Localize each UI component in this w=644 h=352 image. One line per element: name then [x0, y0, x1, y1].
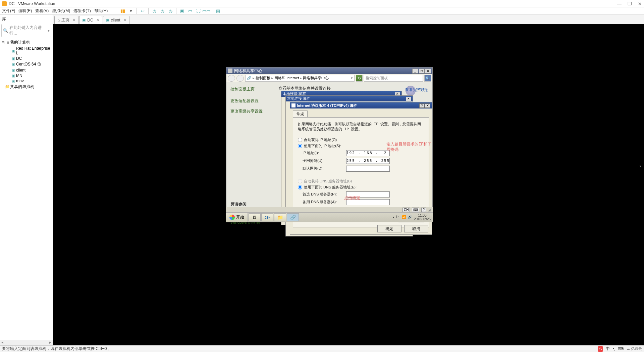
help-button[interactable]: ?	[419, 103, 425, 108]
close-button[interactable]: ✕	[425, 103, 430, 108]
fullscreen-button[interactable]: ⛶	[195, 8, 202, 14]
pause-button[interactable]: ▮▮	[119, 8, 126, 14]
mask-input[interactable]	[346, 158, 390, 164]
tree-item-redhat[interactable]: ▣Red Hat Enterprise L	[1, 46, 52, 56]
gateway-input[interactable]	[346, 166, 390, 172]
snapshot-manage-button[interactable]: ◷	[159, 8, 166, 14]
breadcrumb[interactable]: 🔗▸ 控制面板▸ 网络和 Internet▸ 网络和共享中心 ▾	[245, 75, 355, 82]
sidebar-search[interactable]: 🔍 在此处键入内容进行… ▾	[1, 24, 51, 37]
tree-item-mnv[interactable]: ▣mnv	[1, 78, 52, 84]
tray-flag-icon[interactable]: 🏳	[396, 215, 400, 220]
vm-icon: ▣	[11, 62, 16, 67]
tray-network-icon[interactable]: 📶	[402, 215, 407, 220]
label-dns2: 备用 DNS 服务器(A):	[303, 200, 346, 205]
tree-item-mn[interactable]: ▣MN	[1, 73, 52, 78]
ns-titlebar[interactable]: 网络和共享中心 _□✕	[226, 68, 432, 74]
ime-keyboard-icon[interactable]: ⌨	[618, 347, 624, 351]
vm-icon: ▣	[82, 18, 86, 22]
menu-help[interactable]: 帮助(H)	[94, 8, 108, 14]
sidebar-scrollbar[interactable]	[0, 340, 53, 345]
menu-view[interactable]: 查看(V)	[35, 8, 49, 14]
menu-edit[interactable]: 编辑(E)	[18, 8, 32, 14]
ipv4-description: 如果网络支持此功能，则可以获取自动指派的 IP 设置。否则，您需要从网络系统管理…	[298, 122, 424, 132]
cancel-button[interactable]: 取消	[404, 225, 428, 232]
tree-shared[interactable]: 📁 共享的虚拟机	[1, 84, 52, 90]
tree-item-client[interactable]: ▣client	[1, 68, 52, 73]
tray-sound-icon[interactable]: 🔊	[408, 215, 413, 220]
search-input[interactable]: 搜索控制面板	[364, 75, 423, 82]
ime-mode[interactable]: 中	[606, 346, 610, 352]
help-indicator[interactable]: ?	[421, 208, 426, 212]
ipv4-titlebar[interactable]: Internet 协议版本 4 (TCP/IPv4) 属性 ?✕	[290, 102, 432, 108]
forward-button[interactable]	[236, 75, 244, 82]
close-button[interactable]: ✕	[406, 97, 411, 101]
close-button[interactable]: ✕	[638, 1, 642, 6]
vm-icon: ▣	[11, 68, 16, 73]
search-button[interactable]: 🔍	[424, 75, 431, 82]
control-panel-home-link[interactable]: 控制面板主页	[230, 86, 271, 92]
content-area: ⌂主页✕ ▣DC✕ ▣client✕ 网络和共享中心 _□✕ 🔗▸ 控制面板▸	[53, 15, 644, 345]
taskbar-server-button[interactable]: 🖥	[249, 213, 261, 221]
dropdown-icon[interactable]: ▾	[127, 8, 134, 14]
vm-viewport[interactable]: 网络和共享中心 _□✕ 🔗▸ 控制面板▸ 网络和 Internet▸ 网络和共享…	[53, 24, 644, 345]
ok-button[interactable]: 确定	[377, 225, 401, 232]
multimon-button[interactable]: ▭▭	[203, 8, 210, 14]
close-icon[interactable]: ✕	[96, 18, 99, 22]
maximize-button[interactable]: ❐	[628, 1, 632, 6]
tree-item-centos[interactable]: ▣CentOS 64 位	[1, 61, 52, 68]
guest-taskbar: 开始 🖥 ≫ 📁 🔗 ▴ 🏳 📶 🔊 11:002018/12/26	[226, 212, 433, 222]
guest-status-strip: CH ⌨ ? ◢	[226, 207, 433, 212]
refresh-button[interactable]: ↻	[356, 75, 363, 82]
advanced-sharing-link[interactable]: 更改高级共享设置	[230, 108, 271, 114]
computer-icon: 🖥	[5, 41, 10, 45]
ns-sidebar: 控制面板主页 更改适配器设置 更改高级共享设置 另请参阅 Internet 选项…	[226, 82, 275, 222]
menu-file[interactable]: 文件(F)	[2, 8, 15, 14]
close-button[interactable]: ✕	[425, 69, 431, 74]
see-also-heading: 另请参阅	[230, 202, 271, 207]
view-map-link[interactable]: 查看完整映射	[405, 87, 429, 93]
tab-client[interactable]: ▣client✕	[103, 16, 129, 24]
unity-button[interactable]: ▣	[179, 8, 185, 14]
menu-vm[interactable]: 虚拟机(M)	[52, 8, 70, 14]
tray-up-icon[interactable]: ▴	[393, 215, 394, 219]
clock[interactable]: 11:002018/12/26	[414, 214, 431, 221]
tab-home[interactable]: ⌂主页✕	[54, 16, 78, 24]
lang-indicator[interactable]: CH	[402, 208, 410, 212]
tab-general[interactable]: 常规	[293, 111, 308, 117]
status-text: 要将输入定向到该虚拟机，请在虚拟机内部单击或按 Ctrl+G。	[2, 346, 111, 352]
collapse-icon[interactable]: ⊟	[1, 40, 5, 45]
send-button[interactable]: ↩	[139, 8, 146, 14]
sidebar-header: 库	[0, 15, 53, 23]
taskbar-powershell-button[interactable]: ≫	[261, 213, 273, 221]
label-dns1: 首选 DNS 服务器(P):	[303, 192, 346, 197]
maximize-button[interactable]: □	[419, 69, 425, 74]
adapter-settings-link[interactable]: 更改适配器设置	[230, 98, 271, 104]
close-icon[interactable]: ✕	[123, 18, 126, 22]
taskbar-explorer-button[interactable]: 📁	[274, 213, 286, 221]
resize-grip-icon[interactable]: ◢	[428, 208, 431, 212]
radio-manual-dns[interactable]: 使用下面的 DNS 服务器地址(E):	[298, 185, 424, 190]
snapshot-revert-button[interactable]: ◷	[167, 8, 174, 14]
minimize-button[interactable]: —	[617, 1, 622, 6]
taskbar-network-button[interactable]: 🔗	[287, 213, 299, 221]
sogou-ime-icon[interactable]: S	[598, 346, 603, 352]
library-button[interactable]: ▤	[215, 8, 221, 14]
back-button[interactable]	[228, 75, 235, 82]
ime-punct[interactable]: •,	[612, 347, 615, 351]
tree-item-dc[interactable]: ▣DC	[1, 56, 52, 61]
home-icon: ⌂	[57, 18, 60, 23]
ns-navbar: 🔗▸ 控制面板▸ 网络和 Internet▸ 网络和共享中心 ▾ ↻ 搜索控制面…	[226, 74, 432, 82]
view-button[interactable]: ▭	[187, 8, 194, 14]
ime-indicator[interactable]: ⌨	[412, 208, 419, 212]
close-icon[interactable]: ✕	[72, 18, 75, 22]
tab-dc[interactable]: ▣DC✕	[79, 16, 102, 24]
tree-root[interactable]: ⊟ 🖥 我的计算机	[1, 39, 52, 46]
vm-tree: ⊟ 🖥 我的计算机 ▣Red Hat Enterprise L ▣DC ▣Cen…	[0, 38, 53, 91]
menu-tabs[interactable]: 选项卡(T)	[73, 8, 91, 14]
search-placeholder: 在此处键入内容进行…	[9, 25, 48, 36]
minimize-button[interactable]: _	[412, 69, 418, 74]
dropdown-icon[interactable]: ▾	[48, 28, 50, 33]
lcp-titlebar[interactable]: 本地连接 属性 ✕	[286, 96, 413, 101]
start-button[interactable]: 开始	[226, 213, 248, 222]
snapshot-button[interactable]: ◷	[151, 8, 158, 14]
